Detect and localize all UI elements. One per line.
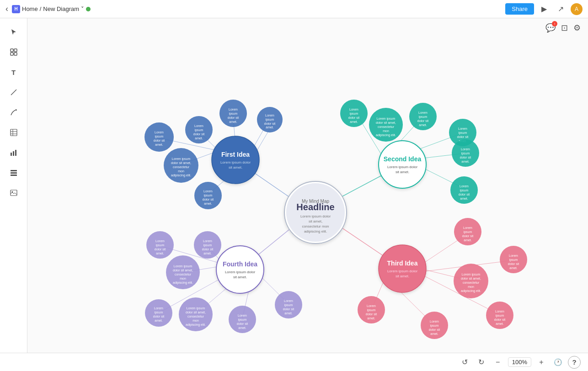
svg-text:Lorem: Lorem	[460, 185, 469, 188]
svg-text:Lorem: Lorem	[155, 131, 164, 134]
svg-text:Fourth Idea: Fourth Idea	[223, 260, 257, 268]
svg-text:amet.: amet.	[155, 319, 163, 322]
svg-text:consectetur: consectetur	[378, 125, 395, 128]
svg-text:Lorem: Lorem	[495, 310, 504, 313]
cursor-tool[interactable]	[5, 24, 22, 40]
draw-tool[interactable]	[5, 104, 22, 121]
avatar-button[interactable]: A	[571, 3, 583, 15]
shapes-tool[interactable]	[5, 44, 22, 60]
svg-text:consectetur mon: consectetur mon	[302, 224, 329, 228]
play-button[interactable]: ▶	[538, 3, 551, 16]
pages-icon-button[interactable]: ⊡	[561, 23, 568, 33]
svg-text:Lorem: Lorem	[418, 111, 428, 114]
svg-point-67	[216, 246, 264, 293]
svg-text:Lorem ipsum dolor: Lorem ipsum dolor	[387, 269, 418, 273]
svg-text:amet.: amet.	[155, 143, 163, 146]
redo-button[interactable]: ↻	[475, 356, 488, 369]
svg-text:dolor sit amet,: dolor sit amet,	[186, 311, 206, 314]
svg-rect-0	[11, 49, 13, 52]
svg-text:adipiscing elit.: adipiscing elit.	[461, 289, 481, 293]
chart-tool[interactable]	[5, 144, 22, 161]
breadcrumb: H Home / New Diagram ˅	[12, 5, 91, 13]
zoom-out-button[interactable]: −	[492, 356, 504, 369]
svg-text:ipsum: ipsum	[155, 135, 164, 138]
svg-text:dolor sit: dolor sit	[494, 318, 506, 321]
back-button[interactable]: ‹	[5, 4, 8, 14]
svg-text:Lorem: Lorem	[458, 127, 467, 130]
svg-text:Lorem: Lorem	[461, 148, 470, 151]
svg-text:Lorem ipsum dolor: Lorem ipsum dolor	[387, 165, 418, 169]
svg-text:ipsum: ipsum	[509, 258, 518, 262]
svg-text:ipsum: ipsum	[350, 112, 358, 116]
svg-text:consectetur: consectetur	[175, 273, 192, 276]
export-button[interactable]: ↗	[554, 3, 567, 16]
svg-text:Lorem ipsum dolor: Lorem ipsum dolor	[300, 214, 331, 218]
svg-text:dolor sit: dolor sit	[202, 248, 214, 251]
list-tool[interactable]	[5, 164, 22, 181]
comment-icon-button[interactable]: 💬 !	[545, 23, 556, 33]
zoom-in-button[interactable]: +	[535, 356, 548, 369]
svg-text:dolor sit amet,: dolor sit amet,	[171, 161, 191, 164]
image-tool[interactable]	[5, 185, 22, 201]
svg-text:adipiscing elit.: adipiscing elit.	[171, 174, 191, 177]
svg-rect-5	[11, 129, 17, 136]
svg-text:Lorem: Lorem	[238, 314, 247, 317]
svg-text:Lorem: Lorem	[430, 320, 439, 323]
svg-text:ipsum: ipsum	[419, 115, 428, 119]
svg-text:amet.: amet.	[460, 197, 468, 200]
svg-text:ipsum: ipsum	[284, 303, 293, 307]
svg-text:amet.: amet.	[461, 160, 470, 163]
table-tool[interactable]	[5, 124, 22, 141]
svg-text:Lorem ipsum: Lorem ipsum	[187, 307, 205, 310]
svg-text:dolor sit: dolor sit	[460, 156, 471, 159]
svg-text:ipsum: ipsum	[203, 244, 212, 247]
svg-text:ipsum: ipsum	[367, 308, 376, 312]
zoom-level-selector[interactable]: 100%	[508, 357, 531, 367]
svg-text:adipiscing elit.: adipiscing elit.	[186, 323, 206, 327]
settings-icon-button[interactable]: ⚙	[573, 23, 581, 33]
svg-text:Lorem: Lorem	[203, 239, 212, 243]
svg-text:amet.: amet.	[430, 332, 438, 335]
undo-button[interactable]: ↺	[459, 356, 471, 369]
svg-text:Lorem: Lorem	[155, 239, 165, 243]
diagram-canvas[interactable]: My Mind Map Headline Lorem ipsum dolor s…	[27, 18, 588, 353]
svg-text:dolor sit amet,: dolor sit amet,	[461, 277, 481, 280]
svg-text:ipsum: ipsum	[229, 112, 238, 116]
svg-text:Headline: Headline	[296, 202, 334, 212]
line-tool[interactable]	[5, 84, 22, 101]
svg-text:Lorem ipsum dolor: Lorem ipsum dolor	[225, 270, 256, 274]
svg-text:ipsum: ipsum	[156, 244, 165, 247]
svg-text:dolor sit: dolor sit	[154, 139, 165, 142]
svg-text:dolor sit: dolor sit	[366, 313, 377, 316]
header-left: ‹ H Home / New Diagram ˅	[5, 4, 91, 14]
svg-text:sit amet.: sit amet.	[396, 274, 409, 278]
help-button[interactable]: ?	[568, 356, 581, 369]
text-tool[interactable]: T	[5, 64, 22, 80]
svg-text:mon: mon	[383, 129, 389, 132]
history-button[interactable]: 🕐	[551, 356, 564, 369]
svg-text:Lorem: Lorem	[203, 190, 213, 193]
svg-text:amet.: amet.	[509, 266, 518, 270]
svg-text:dolor sit: dolor sit	[228, 116, 239, 119]
svg-text:dolor sit: dolor sit	[348, 116, 360, 119]
svg-text:amet.: amet.	[203, 252, 212, 255]
svg-text:dolor sit: dolor sit	[457, 135, 469, 138]
svg-rect-3	[14, 53, 17, 55]
svg-text:Lorem: Lorem	[367, 304, 376, 307]
svg-text:adipiscing elit.: adipiscing elit.	[376, 133, 396, 137]
svg-text:dolor sit: dolor sit	[462, 234, 474, 238]
svg-text:dolor sit amet,: dolor sit amet,	[173, 269, 193, 272]
svg-text:consectetur: consectetur	[187, 315, 204, 318]
svg-rect-2	[11, 53, 13, 55]
share-button[interactable]: Share	[505, 3, 534, 15]
app-icon: H	[12, 5, 20, 13]
svg-text:dolor sit: dolor sit	[508, 262, 519, 265]
svg-text:amet.: amet.	[229, 120, 237, 123]
svg-text:mon: mon	[180, 277, 186, 280]
svg-text:ipsum: ipsum	[155, 311, 163, 314]
diagram-name[interactable]: New Diagram	[43, 5, 79, 12]
svg-text:sit amet.: sit amet.	[396, 170, 409, 174]
svg-text:dolor sit: dolor sit	[193, 132, 205, 136]
svg-text:dolor sit: dolor sit	[203, 198, 214, 201]
svg-text:amet.: amet.	[496, 322, 504, 325]
